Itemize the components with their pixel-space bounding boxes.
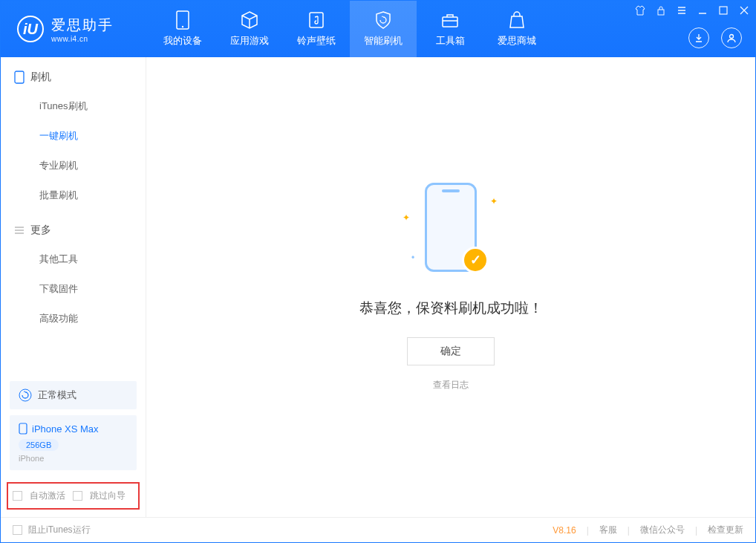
shirt-icon[interactable]: [635, 5, 645, 16]
sparkle-icon: ✦: [490, 196, 498, 207]
mode-box[interactable]: 正常模式: [10, 381, 137, 409]
tab-i4-store[interactable]: 爱思商城: [483, 1, 550, 57]
nav-tabs: 我的设备 应用游戏 铃声壁纸 智能刷机 工具箱 爱思商城: [149, 1, 550, 57]
checkbox-block-itunes[interactable]: [13, 525, 22, 535]
label-block-itunes: 阻止iTunes运行: [28, 524, 91, 536]
tab-label: 我的设备: [163, 34, 202, 48]
sidebar-item-advanced[interactable]: 高级功能: [1, 304, 146, 334]
sidebar-item-batch-flash[interactable]: 批量刷机: [1, 181, 146, 210]
sidebar-section-title: 更多: [30, 224, 51, 237]
shield-refresh-icon: [374, 10, 393, 30]
cube-icon: [240, 10, 259, 30]
menu-icon[interactable]: [677, 5, 687, 16]
ok-button[interactable]: 确定: [407, 337, 495, 365]
svg-point-1: [182, 26, 183, 27]
app-url: www.i4.cn: [51, 35, 114, 43]
link-wechat[interactable]: 微信公众号: [640, 524, 685, 536]
logo-icon: iU: [17, 16, 44, 42]
sidebar-item-pro-flash[interactable]: 专业刷机: [1, 151, 146, 181]
app-name: 爱思助手: [51, 16, 114, 35]
device-type: iPhone: [19, 454, 128, 463]
music-note-icon: [307, 10, 326, 30]
sidebar-section-flash: 刷机: [1, 57, 146, 91]
link-support[interactable]: 客服: [599, 524, 617, 536]
tab-label: 爱思商城: [498, 34, 536, 48]
svg-rect-7: [15, 71, 24, 83]
close-icon[interactable]: [739, 5, 749, 16]
header-actions: [688, 27, 742, 48]
checkbox-auto-activate[interactable]: [13, 491, 22, 501]
link-check-update[interactable]: 检查更新: [708, 524, 743, 536]
tab-toolbox[interactable]: 工具箱: [417, 1, 483, 57]
label-skip-guide: 跳过向导: [90, 490, 126, 502]
svg-rect-2: [310, 13, 323, 27]
svg-point-8: [19, 389, 31, 401]
device-box[interactable]: iPhone XS Max 256GB iPhone: [10, 415, 137, 470]
svg-rect-9: [19, 423, 27, 434]
version-label: V8.16: [553, 525, 576, 536]
phone-small-icon: [19, 423, 27, 435]
sparkle-icon: •: [411, 253, 414, 263]
user-icon[interactable]: [721, 27, 742, 48]
sidebar-item-itunes-flash[interactable]: iTunes刷机: [1, 91, 146, 121]
main-content: ✦ ✦ • ✓ 恭喜您，保资料刷机成功啦！ 确定 查看日志: [146, 57, 755, 517]
sidebar-section-more: 更多: [1, 210, 146, 244]
download-icon[interactable]: [688, 27, 709, 48]
tab-apps-games[interactable]: 应用游戏: [216, 1, 283, 57]
label-auto-activate: 自动激活: [30, 490, 65, 502]
sidebar-item-other-tools[interactable]: 其他工具: [1, 244, 146, 274]
refresh-icon: [19, 388, 32, 402]
phone-outline-icon: [14, 71, 25, 84]
svg-rect-5: [720, 7, 727, 14]
svg-point-6: [730, 35, 734, 39]
success-message: 恭喜您，保资料刷机成功啦！: [359, 299, 543, 318]
app-logo: iU 爱思助手 www.i4.cn: [1, 16, 149, 43]
checkmark-icon: ✓: [462, 247, 489, 273]
sidebar-item-download-firmware[interactable]: 下载固件: [1, 274, 146, 304]
tab-label: 应用游戏: [230, 34, 269, 48]
maximize-icon[interactable]: [718, 5, 729, 16]
view-log-link[interactable]: 查看日志: [433, 379, 469, 391]
device-name: iPhone XS Max: [19, 423, 128, 435]
tab-label: 智能刷机: [364, 34, 403, 48]
minimize-icon[interactable]: [697, 5, 708, 16]
checkbox-skip-guide[interactable]: [73, 491, 82, 501]
sidebar-item-oneclick-flash[interactable]: 一键刷机: [1, 121, 146, 151]
tab-smart-flash[interactable]: 智能刷机: [350, 1, 417, 57]
sidebar-section-title: 刷机: [30, 71, 51, 84]
lock-icon[interactable]: [656, 5, 666, 16]
window-controls: [635, 5, 749, 16]
tab-ringtones-wallpapers[interactable]: 铃声壁纸: [283, 1, 350, 57]
tab-label: 铃声壁纸: [297, 34, 336, 48]
svg-rect-4: [658, 10, 664, 15]
titlebar: iU 爱思助手 www.i4.cn 我的设备 应用游戏 铃声壁纸 智能刷机: [1, 1, 755, 57]
tab-label: 工具箱: [436, 34, 465, 48]
device-icon: [173, 10, 192, 30]
svg-rect-3: [443, 17, 457, 27]
toolbox-icon: [440, 10, 460, 30]
tab-my-device[interactable]: 我的设备: [149, 1, 216, 57]
bottom-options-highlight: 自动激活 跳过向导: [7, 482, 140, 510]
list-icon: [14, 225, 25, 235]
mode-label: 正常模式: [38, 388, 76, 402]
success-illustration: ✦ ✦ • ✓: [388, 183, 514, 279]
device-storage-badge: 256GB: [19, 439, 59, 451]
shopping-bag-icon: [507, 10, 527, 30]
statusbar: 阻止iTunes运行 V8.16 | 客服 | 微信公众号 | 检查更新: [1, 517, 755, 542]
sparkle-icon: ✦: [403, 212, 410, 223]
sidebar: 刷机 iTunes刷机 一键刷机 专业刷机 批量刷机 更多 其他工具 下载固件 …: [1, 57, 146, 517]
